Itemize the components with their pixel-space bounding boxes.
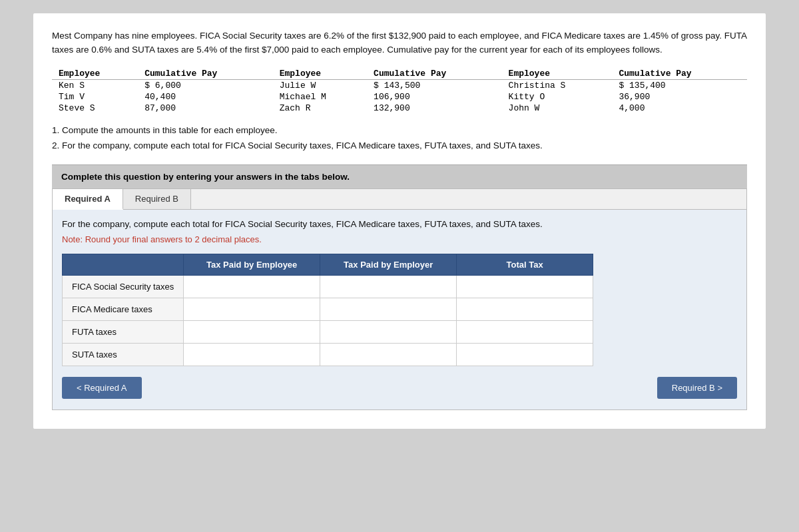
suta-employee-input[interactable]	[193, 348, 310, 361]
fica-ss-employee-input[interactable]	[193, 280, 310, 293]
fica-mc-label: FICA Medicare taxes	[63, 298, 184, 320]
col3-header: Employee	[273, 68, 367, 80]
prev-button[interactable]: < Required A	[62, 377, 142, 399]
fica-ss-employer-cell[interactable]	[320, 275, 457, 298]
employee-row-3: Steve S 87,000 Zach R 132,900 John W 4,0…	[52, 103, 747, 114]
fica-mc-employer-input[interactable]	[330, 303, 447, 316]
tab-instruction: For the company, compute each total for …	[62, 218, 737, 232]
emp6-pay: 132,900	[367, 103, 502, 114]
suta-total-cell[interactable]	[457, 343, 593, 366]
emp3-pay: 87,000	[138, 103, 273, 114]
fica-ss-total-cell[interactable]	[457, 275, 593, 298]
emp4-name: Julie W	[273, 79, 367, 91]
emp2-name: Tim V	[52, 91, 138, 103]
fica-ss-label: FICA Social Security taxes	[63, 275, 184, 298]
fica-ss-employee-cell[interactable]	[184, 275, 320, 298]
nav-buttons: < Required A Required B >	[62, 377, 737, 399]
fica-ss-total-input[interactable]	[466, 280, 583, 293]
futa-employee-cell[interactable]	[184, 320, 320, 343]
col-employer-header: Tax Paid by Employer	[320, 254, 457, 275]
emp9-pay: 4,000	[612, 103, 747, 114]
col1-header: Employee	[52, 68, 138, 80]
fica-mc-employee-input[interactable]	[193, 303, 310, 316]
col-empty-header	[63, 254, 184, 275]
fica-mc-total-cell[interactable]	[457, 298, 593, 320]
futa-row: FUTA taxes	[63, 320, 593, 343]
fica-mc-employee-cell[interactable]	[184, 298, 320, 320]
emp7-pay: $ 135,400	[612, 79, 747, 91]
tab-required-b[interactable]: Required B	[123, 189, 191, 209]
page-container: Mest Company has nine employees. FICA So…	[33, 13, 766, 429]
fica-ss-row: FICA Social Security taxes	[63, 275, 593, 298]
tab-note: Note: Round your final answers to 2 deci…	[62, 234, 737, 244]
suta-total-input[interactable]	[466, 348, 583, 361]
emp8-pay: 36,900	[612, 91, 747, 103]
tab-row: Required A Required B	[53, 189, 746, 210]
emp5-pay: 106,900	[367, 91, 502, 103]
futa-total-cell[interactable]	[457, 320, 593, 343]
instruction-1: 1. Compute the amounts in this table for…	[52, 123, 747, 138]
instruction-2: 2. For the company, compute each total f…	[52, 138, 747, 154]
tabs-area: Required A Required B For the company, c…	[52, 188, 747, 410]
fica-mc-row: FICA Medicare taxes	[63, 298, 593, 320]
emp3-name: Steve S	[52, 103, 138, 114]
employee-row-2: Tim V 40,400 Michael M 106,900 Kitty O 3…	[52, 91, 747, 103]
emp8-name: Kitty O	[502, 91, 613, 103]
emp9-name: John W	[502, 103, 613, 114]
emp2-pay: 40,400	[138, 91, 273, 103]
fica-ss-employer-input[interactable]	[330, 280, 447, 293]
col4-header: Cumulative Pay	[367, 68, 502, 80]
employee-row-1: Ken S $ 6,000 Julie W $ 143,500 Christin…	[52, 79, 747, 91]
tab-b-content: For the company, compute each total for …	[53, 210, 746, 409]
col-employee-header: Tax Paid by Employee	[184, 254, 320, 275]
col-total-header: Total Tax	[457, 254, 593, 275]
emp1-pay: $ 6,000	[138, 79, 273, 91]
suta-employer-cell[interactable]	[320, 343, 457, 366]
emp6-name: Zach R	[273, 103, 367, 114]
emp7-name: Christina S	[502, 79, 613, 91]
futa-employer-input[interactable]	[330, 326, 447, 338]
futa-employee-input[interactable]	[193, 326, 310, 338]
futa-employer-cell[interactable]	[320, 320, 457, 343]
instructions: 1. Compute the amounts in this table for…	[52, 123, 747, 154]
emp5-name: Michael M	[273, 91, 367, 103]
emp1-name: Ken S	[52, 79, 138, 91]
suta-row: SUTA taxes	[63, 343, 593, 366]
suta-employee-cell[interactable]	[184, 343, 320, 366]
futa-total-input[interactable]	[466, 326, 583, 338]
suta-label: SUTA taxes	[63, 343, 184, 366]
next-button[interactable]: Required B >	[657, 377, 737, 399]
tab-required-a[interactable]: Required A	[53, 189, 123, 210]
tax-table: Tax Paid by Employee Tax Paid by Employe…	[62, 254, 593, 366]
col5-header: Employee	[502, 68, 613, 80]
col6-header: Cumulative Pay	[612, 68, 747, 80]
fica-mc-total-input[interactable]	[466, 303, 583, 316]
complete-box: Complete this question by entering your …	[52, 164, 747, 188]
emp4-pay: $ 143,500	[367, 79, 502, 91]
futa-label: FUTA taxes	[63, 320, 184, 343]
suta-employer-input[interactable]	[330, 348, 447, 361]
col2-header: Cumulative Pay	[138, 68, 273, 80]
intro-text: Mest Company has nine employees. FICA So…	[52, 29, 747, 57]
employee-table: Employee Cumulative Pay Employee Cumulat…	[52, 68, 747, 114]
fica-mc-employer-cell[interactable]	[320, 298, 457, 320]
